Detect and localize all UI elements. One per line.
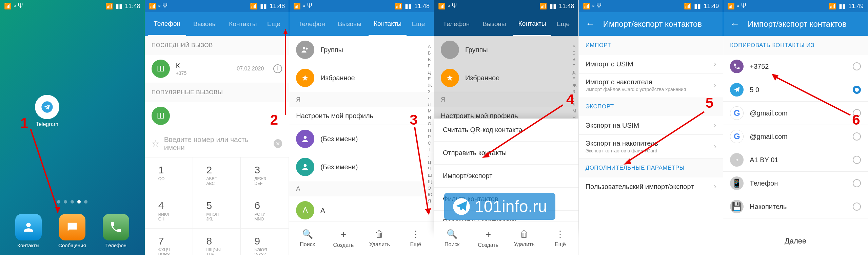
groups-icon: [441, 41, 459, 59]
tab-contacts[interactable]: Контакты: [369, 13, 407, 36]
radio-button[interactable]: [853, 86, 861, 94]
usb-icon: Ψ: [18, 2, 23, 10]
profile-label: Настроить мой профиль: [296, 112, 427, 120]
key-3[interactable]: 3ДЕЖЗDEF: [241, 157, 289, 193]
key-7[interactable]: 7ФХЦЧPQRS: [145, 229, 193, 255]
clear-icon[interactable]: ✕: [274, 139, 282, 148]
svg-point-7: [304, 164, 307, 167]
key-2[interactable]: 2АБВГABC: [193, 157, 241, 193]
google-icon: G: [730, 106, 744, 120]
key-6[interactable]: 6РСТУMNO: [241, 193, 289, 229]
dock: Контакты Сообщения Телефон: [0, 214, 144, 248]
menu-import-export[interactable]: Импорт/экспорт: [434, 165, 578, 188]
svg-line-8: [415, 127, 428, 212]
radio-button[interactable]: [853, 156, 861, 164]
annotation-5: 5: [706, 95, 713, 111]
svg-point-6: [304, 136, 307, 139]
search-icon: 🔍: [302, 229, 313, 239]
dock-contacts-label: Контакты: [15, 242, 42, 248]
key-4[interactable]: 4ИЙКЛGHI: [145, 193, 193, 229]
signal-icon: 📶: [4, 2, 12, 10]
tab-calls[interactable]: Вызовы: [331, 13, 369, 35]
title-bar: ← Импорт/экспорт контактов: [723, 12, 868, 36]
star-icon: ★: [296, 69, 314, 87]
favorites-row[interactable]: ★ Избранное: [289, 64, 434, 92]
svg-marker-1: [55, 207, 60, 213]
svg-marker-9: [425, 208, 431, 215]
groups-row[interactable]: Группы: [289, 36, 434, 64]
tab-more[interactable]: Еще: [407, 13, 430, 35]
status-time: 11:48: [414, 3, 430, 10]
source-storage[interactable]: 💾 Накопитель: [723, 195, 868, 218]
tab-bar: Телефон Вызовы Контакты Еще: [289, 12, 434, 36]
annotation-1: 1: [20, 115, 28, 131]
search-placeholder: Введите номер или часть имени: [164, 135, 269, 152]
radio-button[interactable]: [853, 179, 861, 187]
contact-avatar: A: [296, 201, 314, 219]
radio-button[interactable]: [853, 62, 861, 70]
tab-contacts[interactable]: Контакты: [513, 13, 551, 36]
next-button[interactable]: Далее: [723, 227, 868, 255]
tab-calls[interactable]: Вызовы: [186, 13, 224, 35]
radio-button[interactable]: [853, 203, 861, 211]
arrow-1: [27, 125, 64, 220]
tab-phone[interactable]: Телефон: [148, 13, 186, 36]
groups-label: Группы: [320, 46, 427, 54]
tab-calls[interactable]: Вызовы: [475, 13, 513, 35]
key-1[interactable]: 1QO: [145, 157, 193, 193]
action-search[interactable]: 🔍Поиск: [289, 221, 325, 255]
source-phone[interactable]: 📱 Телефон: [723, 172, 868, 195]
import-storage-row[interactable]: Импорт с накопителя Импорт файлов vCard …: [579, 73, 723, 97]
bottom-actions: 🔍Поиск ＋Создать 🗑Удалить ⋮Ещё: [434, 221, 578, 255]
sim-icon: ▫: [14, 2, 16, 10]
page-title: Импорт/экспорт контактов: [748, 19, 846, 29]
tab-phone[interactable]: Телефон: [293, 13, 331, 35]
chevron-right-icon: ›: [714, 81, 716, 90]
tab-more[interactable]: Еще: [551, 13, 575, 35]
key-5[interactable]: 5МНОПJKL: [193, 193, 241, 229]
source-sim[interactable]: ▫ A1 BY 01: [723, 148, 868, 172]
popular-header: ПОПУЛЯРНЫЕ ВЫЗОВЫ: [145, 83, 289, 102]
custom-import-export-row[interactable]: Пользовательский импорт/экспорт ›: [579, 177, 723, 196]
star-icon[interactable]: ☆: [152, 139, 159, 149]
telegram-icon: [35, 95, 59, 119]
key-8[interactable]: 8ШЩЪЫTUV: [193, 229, 241, 255]
popular-call-row[interactable]: Ш: [145, 102, 289, 130]
panel-home: 📶 ▫ Ψ 📶 ▮▮ 11:48 Telegram Контакты Сообщ…: [0, 0, 145, 255]
import-usim-row[interactable]: Импорт с USIM ›: [579, 55, 723, 73]
wifi-icon: 📶: [105, 2, 113, 10]
tab-contacts[interactable]: Контакты: [224, 13, 262, 35]
key-9[interactable]: 9ЬЭЮЯWXYZ: [241, 229, 289, 255]
arrow-6: [769, 71, 854, 119]
action-create[interactable]: ＋Создать: [326, 221, 361, 255]
recent-call-row[interactable]: Ш К +375 07.02.2020 i: [145, 55, 289, 83]
radio-button[interactable]: [853, 132, 861, 141]
copy-header: КОПИРОВАТЬ КОНТАКТЫ ИЗ: [723, 36, 868, 55]
action-delete[interactable]: 🗑Удалить: [361, 221, 397, 255]
back-icon[interactable]: ←: [586, 19, 595, 29]
tab-phone[interactable]: Телефон: [437, 13, 475, 35]
source-google-2[interactable]: G @gmail.com: [723, 125, 868, 148]
telegram-app[interactable]: Telegram: [35, 95, 59, 127]
search-row[interactable]: ☆ Введите номер или часть имени ✕: [145, 130, 289, 157]
action-search[interactable]: 🔍Поиск: [434, 221, 470, 255]
arrow-3: [405, 124, 435, 218]
contact-number: +375: [176, 70, 231, 76]
action-more[interactable]: ⋮Ещё: [542, 221, 578, 255]
battery-icon: ▮▮: [116, 2, 122, 10]
action-delete[interactable]: 🗑Удалить: [506, 221, 542, 255]
google-icon: G: [730, 130, 744, 143]
person-icon: [296, 130, 314, 148]
action-create[interactable]: ＋Создать: [470, 221, 506, 255]
info-icon[interactable]: i: [273, 64, 282, 73]
storage-icon: 💾: [730, 200, 744, 213]
action-more[interactable]: ⋮Ещё: [398, 221, 434, 255]
status-bar: 📶 ▫ Ψ 📶 ▮▮ 11:48: [0, 0, 144, 12]
contact-avatar: Ш: [152, 107, 170, 125]
status-bar: 📶▫Ψ 📶▮▮ 11:48: [289, 0, 434, 12]
favorites-row: ★ Избранное: [434, 64, 578, 92]
dock-phone[interactable]: Телефон: [103, 214, 129, 248]
trash-icon: 🗑: [375, 229, 384, 239]
back-icon[interactable]: ←: [730, 19, 739, 29]
contact-name: К: [176, 62, 231, 70]
